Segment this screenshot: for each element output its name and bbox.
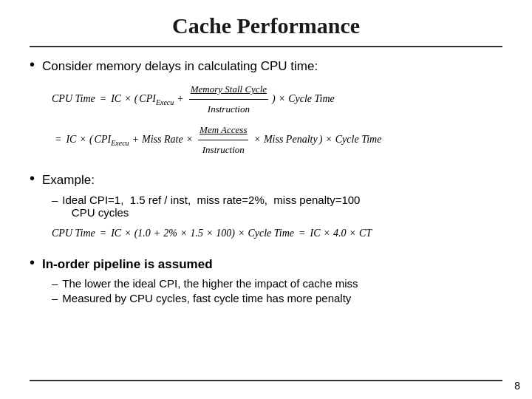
bullet-text-2: Example: — [42, 171, 95, 189]
example-sub-bullet: – Ideal CPI=1, 1.5 ref / inst, miss rate… — [52, 194, 502, 219]
dash-1: – — [52, 194, 58, 206]
pipeline-sub-text-2: Measured by CPU cycles, fast cycle time … — [62, 292, 351, 304]
ic2: IC — [66, 129, 76, 150]
bullet-main-1: • Consider memory delays in calculating … — [30, 58, 502, 75]
open-paren1: ( — [134, 89, 138, 109]
formula-row-3: CPU Time = IC × (1.0 + 2% × 1.5 × 100) ×… — [52, 223, 502, 244]
cycle-time-1: Cycle Time — [288, 89, 335, 109]
cpu-time-label: CPU Time — [52, 89, 95, 109]
fraction-1: Memory Stall Cycle Instruction — [189, 80, 268, 119]
miss-penalty-label: Miss Penalty — [264, 129, 318, 150]
pipeline-sub-text-1: The lower the ideal CPI, the higher the … — [62, 277, 358, 290]
bullet-text-3: In-order pipeline is assumed — [42, 256, 213, 273]
section-memory-delays: • Consider memory delays in calculating … — [30, 58, 502, 166]
sub-execu1: Execu — [156, 98, 174, 106]
page-number: 8 — [514, 380, 520, 392]
bullet-main-2: • Example: — [30, 171, 502, 189]
top-divider — [30, 46, 502, 47]
cycle-time-3: Cycle Time — [248, 223, 294, 244]
cycle-time-2: Cycle Time — [335, 129, 382, 150]
bottom-divider — [30, 380, 502, 381]
eq2: = — [55, 129, 61, 150]
fraction-num-1: Memory Stall Cycle — [189, 80, 268, 100]
dash-2: – — [52, 277, 58, 290]
pipeline-sub-bullet-1: – The lower the ideal CPI, the higher th… — [52, 277, 502, 290]
pipeline-sub-bullet-2: – Measured by CPU cycles, fast cycle tim… — [52, 292, 502, 304]
fraction-num-2: Mem Access — [198, 120, 248, 140]
example-sub-text: Ideal CPI=1, 1.5 ref / inst, miss rate=2… — [62, 194, 360, 219]
ic1: IC — [111, 89, 121, 109]
section-pipeline: • In-order pipeline is assumed – The low… — [30, 256, 502, 307]
sub-execu2: Execu — [111, 139, 129, 147]
slide: Cache Performance • Consider memory dela… — [0, 0, 532, 399]
fraction-2: Mem Access Instruction — [198, 120, 248, 160]
formula-row-2: = IC × ( CPIExecu + Miss Rate × Mem Acce… — [52, 120, 502, 160]
fraction-den-2: Instruction — [201, 140, 246, 160]
bullet-dot-2: • — [30, 170, 35, 187]
bullet-main-3: • In-order pipeline is assumed — [30, 256, 502, 273]
eq1: = — [100, 89, 106, 109]
formula-row-1: CPU Time = IC × ( CPIExecu + Memory Stal… — [52, 80, 502, 119]
fraction-den-1: Instruction — [206, 100, 251, 119]
cpi-execu2: CPIExecu — [95, 129, 129, 151]
close-paren2: ) — [319, 129, 323, 150]
slide-title: Cache Performance — [30, 13, 502, 38]
cpi-execu1: CPIExecu — [139, 89, 174, 110]
close-paren1: ) — [272, 89, 276, 109]
open-paren2: ( — [89, 129, 93, 150]
formula-block-1: CPU Time = IC × ( CPIExecu + Memory Stal… — [52, 80, 502, 160]
miss-rate-label: Miss Rate — [142, 129, 183, 150]
bullet-text-1: Consider memory delays in calculating CP… — [42, 58, 318, 75]
bullet-dot-1: • — [30, 56, 35, 73]
formula-block-2: CPU Time = IC × (1.0 + 2% × 1.5 × 100) ×… — [52, 223, 502, 244]
bullet-dot-3: • — [30, 254, 35, 271]
section-example: • Example: – Ideal CPI=1, 1.5 ref / inst… — [30, 171, 502, 250]
dash-3: – — [52, 292, 58, 304]
cpu-time-label-2: CPU Time — [52, 223, 95, 244]
